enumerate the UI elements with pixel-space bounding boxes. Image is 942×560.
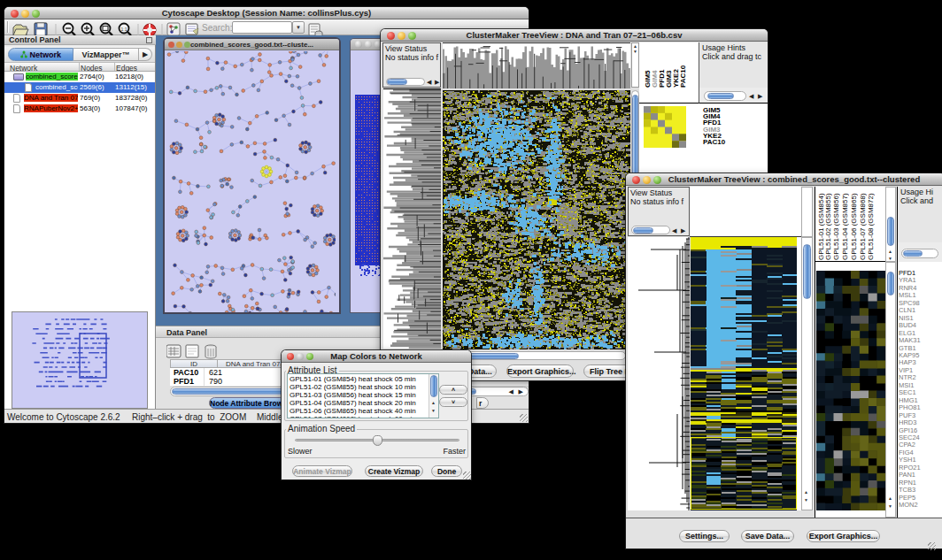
svg-text:1:1: 1:1 bbox=[121, 27, 127, 32]
